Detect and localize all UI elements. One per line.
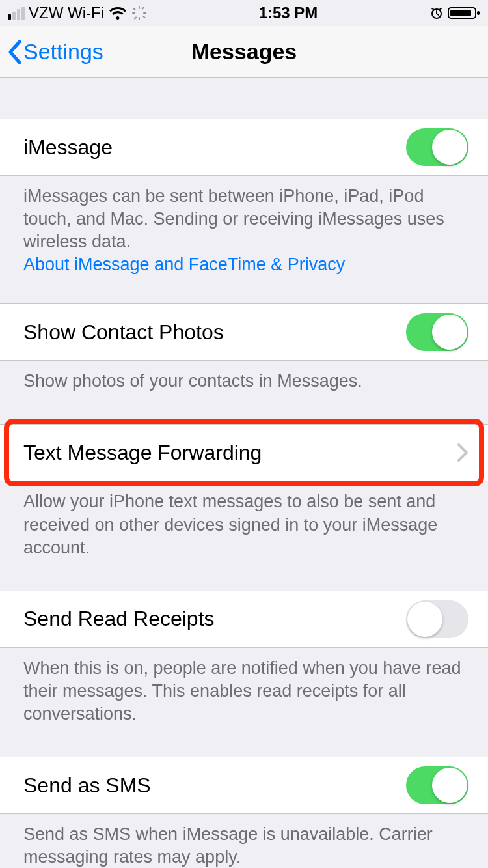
- send-sms-toggle[interactable]: [406, 766, 468, 804]
- row-contact-photos: Show Contact Photos: [0, 303, 488, 361]
- row-send-sms: Send as SMS: [0, 757, 488, 814]
- back-button[interactable]: Settings: [0, 39, 103, 65]
- row-label: Text Message Forwarding: [23, 441, 262, 465]
- row-imessage: iMessage: [0, 119, 488, 176]
- back-label: Settings: [23, 39, 103, 64]
- svg-rect-3: [143, 12, 146, 14]
- row-label: Show Contact Photos: [23, 320, 224, 344]
- row-read-receipts: Send Read Receipts: [0, 591, 488, 648]
- imessage-footer: iMessages can be sent between iPhone, iP…: [0, 176, 488, 276]
- loading-spinner-icon: [131, 5, 147, 21]
- battery-icon: [448, 6, 480, 20]
- contact-photos-toggle[interactable]: [406, 313, 468, 351]
- alarm-icon: [429, 6, 444, 20]
- forwarding-footer: Allow your iPhone text messages to also …: [0, 481, 488, 559]
- read-receipts-toggle[interactable]: [406, 600, 468, 638]
- imessage-privacy-link[interactable]: About iMessage and FaceTime & Privacy: [23, 255, 345, 274]
- chevron-right-icon: [457, 443, 468, 462]
- wifi-icon: [108, 6, 128, 20]
- svg-rect-10: [450, 10, 471, 16]
- cellular-signal-icon: [8, 7, 25, 20]
- svg-rect-5: [142, 16, 146, 19]
- status-left: VZW Wi-Fi: [8, 4, 147, 22]
- row-label: iMessage: [23, 135, 113, 160]
- svg-rect-2: [132, 12, 135, 14]
- row-label: Send Read Receipts: [23, 607, 215, 631]
- row-label: Send as SMS: [23, 774, 151, 798]
- row-text-forwarding[interactable]: Text Message Forwarding: [0, 424, 488, 481]
- status-right: [429, 6, 480, 20]
- send-sms-footer: Send as SMS when iMessage is unavailable…: [0, 814, 488, 868]
- svg-rect-0: [139, 6, 140, 9]
- chevron-left-icon: [7, 39, 23, 65]
- svg-rect-7: [133, 16, 137, 20]
- carrier-label: VZW Wi-Fi: [29, 4, 104, 22]
- status-time: 1:53 PM: [259, 4, 318, 22]
- read-receipts-footer: When this is on, people are notified whe…: [0, 648, 488, 725]
- svg-rect-11: [477, 11, 480, 15]
- status-bar: VZW Wi-Fi 1:53 PM: [0, 0, 488, 26]
- imessage-toggle[interactable]: [406, 128, 468, 166]
- svg-rect-1: [139, 17, 140, 20]
- svg-rect-6: [141, 7, 144, 10]
- contact-photos-footer: Show photos of your contacts in Messages…: [0, 361, 488, 393]
- svg-rect-4: [133, 8, 136, 11]
- nav-bar: Settings Messages: [0, 26, 488, 78]
